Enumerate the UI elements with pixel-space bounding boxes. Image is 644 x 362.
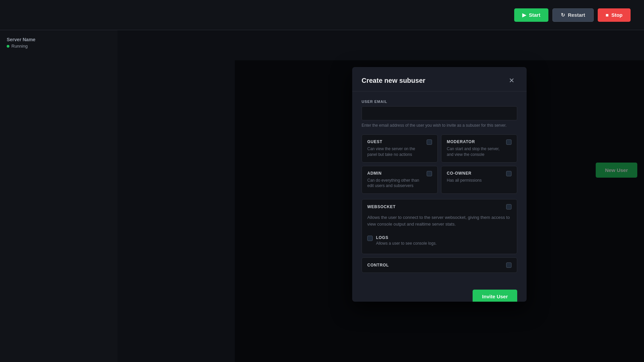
invite-user-button[interactable]: Invite User bbox=[473, 290, 517, 302]
modal-close-button[interactable]: ✕ bbox=[506, 75, 517, 86]
stop-icon: ■ bbox=[606, 12, 609, 18]
sub-permission-logs: LOGS Allows a user to see console logs. bbox=[367, 233, 512, 248]
permission-title-websocket: WEBSOCKET bbox=[367, 204, 395, 209]
server-name: Server Name bbox=[7, 37, 111, 42]
sub-checkbox-logs[interactable] bbox=[367, 236, 373, 241]
role-card-coowner[interactable]: CO-OWNER Has all permissions bbox=[441, 166, 517, 194]
role-checkbox-coowner[interactable] bbox=[506, 171, 512, 176]
sub-desc-logs: Allows a user to see console logs. bbox=[376, 241, 437, 246]
status-indicator bbox=[7, 45, 9, 48]
modal-header: Create new subuser ✕ bbox=[352, 67, 527, 92]
top-bar-buttons: ▶ Start ↻ Restart ■ Stop bbox=[514, 8, 631, 22]
server-status: Running bbox=[7, 44, 111, 49]
modal-body: USER EMAIL Enter the email address of th… bbox=[352, 92, 527, 284]
modal-title: Create new subuser bbox=[362, 77, 425, 84]
start-button[interactable]: ▶ Start bbox=[514, 8, 548, 22]
role-card-admin[interactable]: ADMIN Can do everything other than edit … bbox=[362, 166, 438, 194]
main-content: New User Create new subuser ✕ USER EMAIL… bbox=[117, 30, 644, 362]
permission-body-websocket: Allows the user to connect to the server… bbox=[362, 214, 517, 254]
permission-desc-websocket: Allows the user to connect to the server… bbox=[367, 214, 512, 227]
modal-footer: Invite User bbox=[352, 284, 527, 302]
permission-header-control[interactable]: CONTROL bbox=[362, 258, 517, 273]
role-checkbox-guest[interactable] bbox=[427, 139, 432, 145]
email-label: USER EMAIL bbox=[362, 100, 517, 104]
permission-checkbox-control[interactable] bbox=[506, 262, 512, 268]
permission-title-control: CONTROL bbox=[367, 263, 389, 267]
role-checkbox-moderator[interactable] bbox=[506, 139, 512, 145]
play-icon: ▶ bbox=[522, 12, 526, 18]
restart-icon: ↻ bbox=[561, 12, 565, 18]
permission-section-websocket: WEBSOCKET Allows the user to connect to … bbox=[362, 199, 517, 254]
role-card-moderator[interactable]: MODERATOR Can start and stop the server,… bbox=[441, 134, 517, 163]
sidebar: Server Name Running bbox=[0, 30, 117, 362]
email-hint: Enter the email address of the user you … bbox=[362, 123, 517, 128]
stop-button[interactable]: ■ Stop bbox=[598, 8, 631, 22]
create-subuser-modal: Create new subuser ✕ USER EMAIL Enter th… bbox=[352, 67, 527, 302]
top-bar: ▶ Start ↻ Restart ■ Stop bbox=[0, 0, 644, 30]
restart-button[interactable]: ↻ Restart bbox=[552, 8, 594, 22]
role-checkbox-admin[interactable] bbox=[427, 171, 432, 176]
modal-overlay: Create new subuser ✕ USER EMAIL Enter th… bbox=[235, 60, 644, 362]
sub-name-logs: LOGS bbox=[376, 235, 437, 240]
permission-checkbox-websocket[interactable] bbox=[506, 204, 512, 209]
permission-header-websocket[interactable]: WEBSOCKET bbox=[362, 199, 517, 214]
email-input[interactable] bbox=[362, 106, 517, 120]
permission-section-control: CONTROL bbox=[362, 257, 517, 273]
role-card-guest[interactable]: GUEST Can view the server on the panel b… bbox=[362, 134, 438, 163]
roles-grid: GUEST Can view the server on the panel b… bbox=[362, 134, 517, 194]
